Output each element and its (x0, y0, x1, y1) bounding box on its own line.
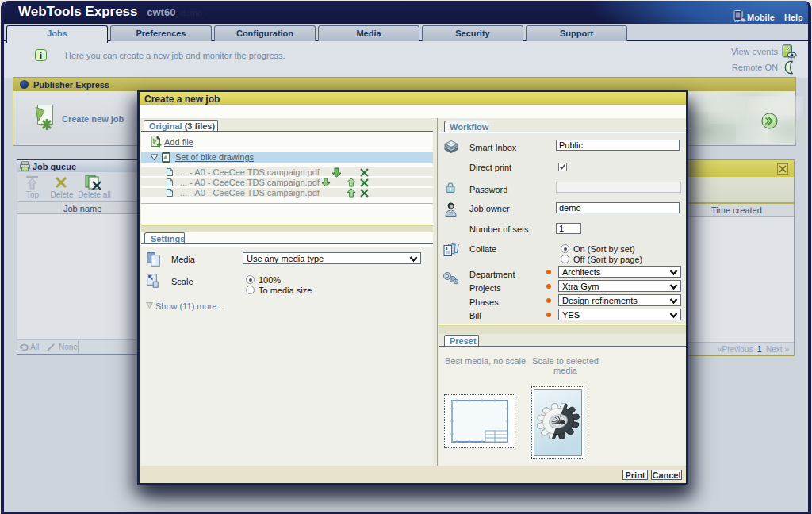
svg-text:i: i (40, 51, 42, 60)
